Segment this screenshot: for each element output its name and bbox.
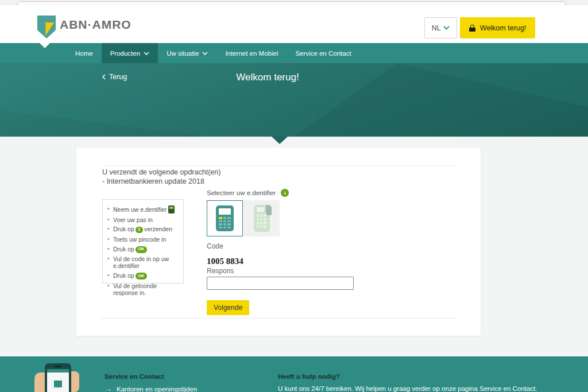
logo-pointer-notch [40,43,50,48]
logo-wordmark: ABN·AMRO [60,18,131,32]
language-label: NL [432,24,440,32]
instruction-item: Toets uw pincode in [107,236,180,243]
instruction-text: Druk op [113,226,134,232]
nav-item-internet-en-mobiel[interactable]: Internet en Mobiel [216,43,287,63]
footer-help-text: U kunt ons 24/7 bereiken. Wij helpen u g… [278,385,537,392]
edentifier-instructions-box: Neem uw e.dentifier Voer uw pas in Druk … [102,199,184,284]
ok-key-badge: OK [136,246,147,253]
code-label: Code [207,242,223,250]
hero-diagonal-shape [0,92,206,137]
edentifier-device-icon [168,205,175,214]
login-button[interactable]: Welkom terug! [460,17,535,38]
footer-service-title: Service en Contact [105,373,164,380]
ok-key-badge: OK [136,273,147,280]
main-nav: Home Producten Uw situatie Internet en M… [0,43,588,63]
chevron-down-icon [443,26,450,30]
instruction-item: Neem uw e.dentifier [107,205,180,214]
nav-item-home[interactable]: Home [67,43,102,63]
site-header: ABN·AMRO NL Welkom terug! [0,5,588,43]
phone-illustration [45,363,71,392]
footer-link-label: Kantoren en openingstijden [117,386,197,392]
instruction-text: Voer uw pas in [113,216,153,223]
info-icon[interactable]: i [281,189,289,197]
page-title: Welkom terug! [76,72,459,83]
code-value: 1005 8834 [207,257,243,266]
instruction-text: Druk op [113,272,134,279]
chevron-down-icon [144,52,149,55]
nav-item-label: Home [75,50,93,57]
instruction-item: Druk op2verzenden [107,226,180,233]
language-selector[interactable]: NL [424,17,457,38]
instruction-text: Vul de getoonde response in. [113,282,157,296]
edentifier-device-selector [207,200,280,236]
device-option-edentifier1[interactable] [243,200,280,236]
nav-item-producten[interactable]: Producten [102,43,158,63]
instruction-item: Voer uw pas in [107,216,180,223]
nav-item-uw-situatie[interactable]: Uw situatie [158,43,216,63]
footer-help-title: Heeft u hulp nodig? [278,373,340,380]
instruction-item: Vul de getoonde response in. [107,282,180,296]
nav-item-service-en-contact[interactable]: Service en Contact [287,43,359,63]
key-badge: 2 [136,227,143,234]
nav-item-label: Internet en Mobiel [225,50,278,57]
selector-label: Selecteer uw e.dentifier [207,189,276,196]
instruction-text: Druk op [113,246,134,253]
transaction-intro-line1: U verzendt de volgende opdracht(en) [102,168,220,176]
volgende-button[interactable]: Volgende [207,300,249,315]
abn-amro-logo[interactable] [37,15,56,38]
hero-pointer-notch [272,137,288,144]
edentifier1-device-image [254,205,270,232]
respons-input[interactable] [207,277,354,290]
instruction-text: Neem uw e.dentifier [113,206,167,213]
edentifier2-device-image [216,205,234,231]
instruction-text: Toets uw pincode in [113,236,166,243]
transaction-card: U verzendt de volgende opdracht(en) - In… [76,148,481,336]
divider [102,166,458,166]
chevron-down-icon [202,52,208,55]
divider [99,318,458,319]
nav-item-label: Producten [110,50,140,57]
lock-icon [469,25,475,32]
nav-item-label: Uw situatie [167,50,199,57]
instruction-item: Druk opOK [107,272,180,280]
nav-item-label: Service en Contact [295,50,351,57]
respons-label: Respons [207,267,234,275]
footer-kantoren-link[interactable]: → Kantoren en openingstijden [105,385,197,392]
device-option-edentifier2[interactable] [207,200,243,236]
transaction-intro-line2: - Internetbankieren update 2018 [102,177,204,185]
login-button-label: Welkom terug! [480,24,526,32]
hero-banner: Terug Welkom terug! [0,63,588,137]
browser-chrome-strip [0,0,588,5]
instruction-text: Vul de code in op uw e.dentifier [113,255,169,269]
site-footer: Service en Contact → Kantoren en opening… [0,356,588,392]
edentifier-selector-header: Selecteer uw e.dentifier i [207,189,289,197]
arrow-right-icon: → [105,385,112,392]
instruction-item: Vul de code in op uw e.dentifier [107,255,180,269]
instruction-text: verzenden [144,226,172,232]
instruction-item: Druk opOK [107,246,180,253]
instruction-list: Neem uw e.dentifier Voer uw pas in Druk … [107,205,180,296]
